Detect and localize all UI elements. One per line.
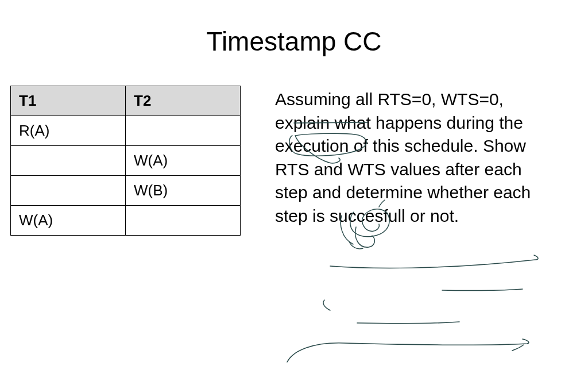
content-area: T1 T2 R(A) W(A) W(B) W(A): [0, 57, 588, 236]
page-title: Timestamp CC: [0, 0, 588, 57]
schedule-table-container: T1 T2 R(A) W(A) W(B) W(A): [10, 86, 241, 236]
table-header-t1: T1: [11, 86, 126, 116]
table-cell: W(B): [126, 176, 241, 206]
table-cell: R(A): [11, 116, 126, 146]
table-row: R(A): [11, 116, 241, 146]
table-cell: W(A): [126, 146, 241, 176]
explanation-text: Assuming all RTS=0, WTS=0, explain what …: [275, 86, 551, 236]
table-row: W(A): [11, 206, 241, 236]
table-cell: W(A): [11, 206, 126, 236]
table-cell: [11, 176, 126, 206]
table-row: W(B): [11, 176, 241, 206]
table-row: W(A): [11, 146, 241, 176]
table-cell: [11, 146, 126, 176]
table-header-t2: T2: [126, 86, 241, 116]
table-cell: [126, 206, 241, 236]
table-cell: [126, 116, 241, 146]
schedule-table: T1 T2 R(A) W(A) W(B) W(A): [10, 86, 241, 236]
